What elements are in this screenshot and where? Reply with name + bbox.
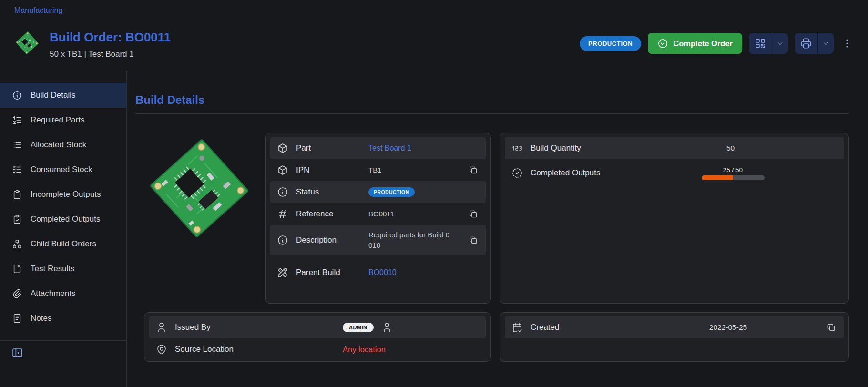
sidebar-item-label: Child Build Orders — [31, 239, 96, 249]
sidebar-item-completed-outputs[interactable]: Completed Outputs — [0, 207, 126, 232]
sidebar-item-label: Test Results — [31, 264, 75, 274]
map-pin-icon — [156, 344, 167, 355]
sidebar-item-attachments[interactable]: Attachments — [0, 281, 126, 306]
sidebar-item-label: Consumed Stock — [31, 165, 92, 174]
barcode-actions-chevron[interactable] — [772, 33, 788, 54]
notes-icon — [12, 313, 22, 324]
sidebar: Build Details Required Parts Allocated S… — [0, 71, 127, 387]
build-details-table: Part Test Board 1 IPN TB1 Status — [265, 133, 491, 304]
status-badge: PRODUCTION — [580, 36, 641, 51]
copy-button[interactable] — [826, 322, 837, 333]
detail-label-source-location: Source Location — [175, 344, 318, 355]
complete-order-label: Complete Order — [673, 39, 733, 48]
detail-row-completed-outputs: Completed Outputs 25 / 50 — [505, 159, 844, 187]
print-actions-chevron[interactable] — [817, 33, 834, 54]
detail-label-created: Created — [531, 322, 674, 333]
detail-row-ipn: IPN TB1 — [270, 159, 486, 181]
more-actions-button[interactable] — [840, 36, 854, 51]
detail-label-ipn: IPN — [296, 165, 342, 176]
status-badge: PRODUCTION — [368, 187, 415, 197]
copy-button[interactable] — [468, 164, 479, 176]
chevron-down-icon — [776, 40, 784, 48]
heading-divider — [135, 113, 849, 114]
hash-icon — [277, 208, 288, 220]
source-location-value: Any location — [326, 344, 386, 356]
progress-check-icon — [511, 167, 523, 179]
copy-icon — [469, 165, 478, 175]
page-title: Build Order: BO0011 — [50, 30, 171, 45]
circle-check-icon — [657, 38, 668, 49]
completed-outputs-progress: 25 / 50 — [681, 166, 837, 180]
sidebar-item-label: Required Parts — [31, 115, 84, 125]
detail-label-part: Part — [296, 143, 342, 154]
copy-button[interactable] — [468, 208, 479, 220]
copy-icon — [469, 209, 478, 219]
sidebar-item-allocated-stock[interactable]: Allocated Stock — [0, 132, 126, 157]
tools-icon — [277, 267, 288, 278]
progress-label: 25 / 50 — [723, 166, 743, 173]
sidebar-item-build-details[interactable]: Build Details — [0, 83, 126, 108]
sidebar-item-child-build-orders[interactable]: Child Build Orders — [0, 232, 126, 256]
sidebar-item-notes[interactable]: Notes — [0, 306, 126, 331]
dots-vertical-icon — [841, 38, 853, 49]
qrcode-icon — [754, 37, 766, 50]
detail-row-source-location: Source Location Any location — [149, 338, 486, 360]
main-panel: Build Details Part Test Board 1 — [127, 71, 868, 387]
calendar-check-icon — [511, 322, 523, 333]
info-circle-icon — [277, 186, 288, 198]
detail-row-build-quantity: Build Quantity 50 — [505, 137, 844, 159]
user-icon — [381, 322, 393, 333]
sidebar-item-label: Build Details — [31, 91, 76, 100]
ipn-value: TB1 — [368, 165, 382, 176]
detail-label-status: Status — [296, 187, 342, 198]
build-thumbnail[interactable] — [14, 30, 40, 56]
sidebar-item-incomplete-outputs[interactable]: Incomplete Outputs — [0, 182, 126, 207]
sidebar-item-consumed-stock[interactable]: Consumed Stock — [0, 157, 126, 182]
sidebar-item-test-results[interactable]: Test Results — [0, 256, 126, 281]
detail-label-reference: Reference — [296, 209, 342, 220]
barcode-actions-button[interactable] — [749, 33, 788, 54]
printer-icon — [800, 37, 812, 50]
part-image[interactable] — [144, 133, 255, 244]
file-icon — [12, 264, 22, 274]
list-check-icon — [12, 164, 22, 175]
page-header: Build Order: BO0011 50 x TB1 | Test Boar… — [0, 21, 868, 71]
copy-button[interactable] — [468, 234, 479, 246]
list-icon — [12, 140, 22, 150]
description-value: Required parts for Build 0010 — [368, 230, 451, 251]
part-link[interactable]: Test Board 1 — [368, 143, 411, 154]
reference-value: BO0011 — [368, 209, 394, 220]
issued-by-badge: ADMIN — [343, 323, 374, 332]
detail-row-part: Part Test Board 1 — [270, 137, 486, 159]
breadcrumb: Manufacturing — [0, 0, 868, 21]
clipboard-check-icon — [12, 214, 22, 224]
detail-row-status: Status PRODUCTION — [270, 181, 486, 203]
list-numbers-icon — [12, 115, 22, 125]
created-table: Created 2022-05-25 — [500, 312, 849, 362]
panel-title: Build Details — [135, 93, 849, 107]
sidebar-item-label: Attachments — [31, 289, 76, 298]
sidebar-item-label: Allocated Stock — [31, 140, 86, 150]
sidebar-collapse-icon — [11, 347, 23, 359]
issued-by-table: Issued By ADMIN Source Location Any loca… — [144, 312, 491, 362]
build-quantity-value: 50 — [681, 144, 837, 153]
created-value: 2022-05-25 — [681, 323, 818, 332]
detail-row-parent-build: Parent Build BO0010 — [270, 255, 486, 290]
sidebar-item-label: Completed Outputs — [31, 214, 100, 224]
paperclip-icon — [12, 288, 22, 299]
sidebar-item-required-parts[interactable]: Required Parts — [0, 108, 126, 132]
info-circle-icon — [12, 90, 22, 101]
progress-bar — [702, 175, 765, 180]
detail-label-completed-outputs: Completed Outputs — [531, 168, 674, 179]
sidebar-collapse-button[interactable] — [0, 341, 35, 365]
chevron-down-icon — [822, 40, 830, 48]
complete-order-button[interactable]: Complete Order — [648, 33, 742, 54]
sidebar-item-label: Incomplete Outputs — [31, 190, 101, 199]
detail-row-description: Description Required parts for Build 001… — [270, 225, 486, 255]
parent-build-link[interactable]: BO0010 — [368, 267, 397, 278]
detail-label-description: Description — [296, 235, 342, 246]
package-icon — [277, 143, 288, 154]
breadcrumb-link-manufacturing[interactable]: Manufacturing — [14, 6, 62, 14]
print-actions-button[interactable] — [795, 33, 834, 54]
package-icon — [277, 164, 288, 176]
